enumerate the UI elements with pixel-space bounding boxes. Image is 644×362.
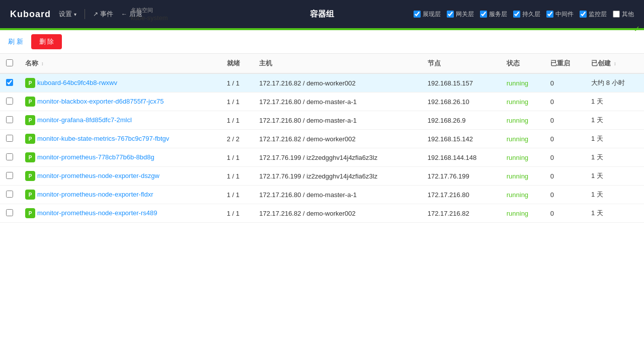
pod-name-link[interactable]: monitor-prometheus-778cb77b6b-8bd8g	[37, 153, 154, 161]
table-row: Pmonitor-prometheus-778cb77b6b-8bd8g1 / …	[0, 148, 644, 167]
pod-name-link[interactable]: monitor-prometheus-node-exporter-dszgw	[37, 172, 159, 179]
select-all-checkbox[interactable]	[6, 59, 13, 66]
progress-bar-area: ✓	[0, 28, 644, 30]
row-checkbox-6[interactable]	[6, 191, 13, 198]
filter-checkbox-zhanxianceng[interactable]	[414, 11, 421, 18]
row-ready-2: 1 / 1	[221, 111, 254, 130]
page-title-center: 容器组	[310, 9, 334, 20]
table-row: Pmonitor-kube-state-metrics-767bc9c797-f…	[0, 130, 644, 148]
progress-bar-fill	[0, 28, 644, 30]
pod-name-link[interactable]: kuboard-64bc9fc4b8-rwxwv	[37, 79, 117, 86]
pod-icon: P	[25, 171, 35, 181]
row-created-7: 1 天	[585, 204, 644, 223]
row-checkbox-1[interactable]	[6, 98, 13, 105]
row-node-2: 192.168.26.9	[422, 111, 501, 130]
row-checkbox-cell-5[interactable]	[0, 167, 19, 186]
pod-name-link[interactable]: monitor-prometheus-node-exporter-fldxr	[37, 191, 153, 198]
filter-checkbox-qita[interactable]	[613, 11, 620, 18]
filter-item-wangguanceng: 网关层	[447, 10, 474, 19]
row-host-0: 172.17.216.82 / demo-worker002	[253, 73, 421, 93]
chevron-down-icon: ▾	[74, 12, 76, 17]
row-checkbox-cell-7[interactable]	[0, 204, 19, 223]
row-created-2: 1 天	[585, 111, 644, 130]
row-checkbox-2[interactable]	[6, 116, 13, 123]
filter-label-qita: 其他	[622, 10, 634, 19]
row-checkbox-cell-3[interactable]	[0, 130, 19, 148]
row-created-0: 大约 8 小时	[585, 73, 644, 93]
row-restarts-7: 0	[544, 204, 585, 223]
row-status-5: running	[501, 167, 544, 186]
table-row: Pmonitor-grafana-8fd85dfc7-2mlcl1 / 1172…	[0, 111, 644, 130]
pod-icon: P	[25, 97, 35, 107]
namespace-label: 名称空间	[131, 7, 191, 14]
row-restarts-0: 0	[544, 73, 585, 93]
row-status-0: running	[501, 73, 544, 93]
row-created-4: 1 天	[585, 148, 644, 167]
th-status: 状态	[501, 54, 544, 73]
table-row: Pmonitor-prometheus-node-exporter-fldxr1…	[0, 186, 644, 204]
row-checkbox-5[interactable]	[6, 172, 13, 179]
row-created-3: 1 天	[585, 130, 644, 148]
row-node-0: 192.168.15.157	[422, 73, 501, 93]
row-checkbox-3[interactable]	[6, 135, 13, 142]
row-ready-6: 1 / 1	[221, 186, 254, 204]
row-checkbox-0[interactable]	[6, 79, 13, 86]
pod-name-link[interactable]: monitor-prometheus-node-exporter-rs489	[37, 209, 157, 217]
filter-checkbox-wangguanceng[interactable]	[447, 11, 454, 18]
row-checkbox-cell-2[interactable]	[0, 111, 19, 130]
row-restarts-2: 0	[544, 111, 585, 130]
pod-name-link[interactable]: monitor-blackbox-exporter-d6d8755f7-jcx7…	[37, 98, 164, 105]
row-checkbox-cell-4[interactable]	[0, 148, 19, 167]
pod-icon: P	[25, 208, 35, 218]
th-node: 节点	[422, 54, 501, 73]
filter-label-wangguanceng: 网关层	[456, 10, 474, 19]
content-area: 名称 ↕ 就绪 主机 节点 状态 已重启 已创建 ↕ Pkuboard-64bc…	[0, 54, 644, 362]
nav-bar: Kuboard 设置 ▾ ↗ 事件 ← 后退 名称空间 kube-system	[0, 0, 644, 28]
filter-label-fuwuceng: 服务层	[489, 10, 507, 19]
row-status-3: running	[501, 130, 544, 148]
row-host-2: 172.17.216.80 / demo-master-a-1	[253, 111, 421, 130]
pods-table: 名称 ↕ 就绪 主机 节点 状态 已重启 已创建 ↕ Pkuboard-64bc…	[0, 54, 644, 223]
table-row: Pmonitor-blackbox-exporter-d6d8755f7-jcx…	[0, 93, 644, 111]
row-created-1: 1 天	[585, 93, 644, 111]
row-checkbox-cell-1[interactable]	[0, 93, 19, 111]
filter-checkbox-chijiuceng[interactable]	[513, 11, 520, 18]
nav-divider	[85, 9, 85, 19]
row-checkbox-cell-0[interactable]	[0, 73, 19, 93]
delete-button[interactable]: 删 除	[31, 34, 62, 49]
pod-name-link[interactable]: monitor-grafana-8fd85dfc7-2mlcl	[37, 116, 132, 124]
pod-icon: P	[25, 78, 35, 88]
row-checkbox-7[interactable]	[6, 209, 13, 216]
nav-settings[interactable]: 设置 ▾	[59, 10, 76, 19]
filter-checkbox-jiankongceng[interactable]	[580, 11, 587, 18]
th-host: 主机	[253, 54, 421, 73]
th-created: 已创建 ↕	[585, 54, 644, 73]
table-row: Pkuboard-64bc9fc4b8-rwxwv1 / 1172.17.216…	[0, 73, 644, 93]
row-ready-1: 1 / 1	[221, 93, 254, 111]
row-node-1: 192.168.26.10	[422, 93, 501, 111]
pod-name-link[interactable]: monitor-kube-state-metrics-767bc9c797-fb…	[37, 135, 169, 142]
th-ready: 就绪	[221, 54, 254, 73]
row-checkbox-cell-6[interactable]	[0, 186, 19, 204]
row-host-5: 172.17.76.199 / iz2zedgghv14j4zfia6z3lz	[253, 167, 421, 186]
select-all-header[interactable]	[0, 54, 19, 73]
row-status-4: running	[501, 148, 544, 167]
row-restarts-6: 0	[544, 186, 585, 204]
page-wrapper: Kuboard 设置 ▾ ↗ 事件 ← 后退 名称空间 kube-system	[0, 0, 644, 362]
events-link[interactable]: ↗ 事件	[93, 10, 113, 19]
refresh-link[interactable]: 刷 新	[8, 37, 23, 46]
row-node-4: 192.168.144.148	[422, 148, 501, 167]
namespace-value: kube-system	[131, 14, 191, 22]
row-checkbox-4[interactable]	[6, 153, 13, 160]
action-row: 刷 新 删 除	[0, 30, 644, 54]
filter-item-qita: 其他	[613, 10, 634, 19]
row-status-6: running	[501, 186, 544, 204]
filter-checkbox-zhongjianjian[interactable]	[546, 11, 553, 18]
page-title: 容器组	[310, 10, 334, 18]
pod-icon: P	[25, 152, 35, 162]
table-body: Pkuboard-64bc9fc4b8-rwxwv1 / 1172.17.216…	[0, 73, 644, 223]
external-link-icon: ↗	[93, 11, 98, 18]
filter-checkbox-fuwuceng[interactable]	[480, 11, 487, 18]
row-restarts-5: 0	[544, 167, 585, 186]
row-host-1: 172.17.216.80 / demo-master-a-1	[253, 93, 421, 111]
